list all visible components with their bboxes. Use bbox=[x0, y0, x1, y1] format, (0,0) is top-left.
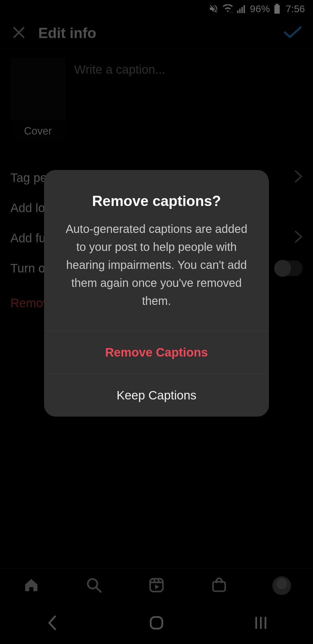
screen: ↓↑ 96% 7:56 Edit info Cover bbox=[0, 0, 313, 644]
dialog-keep-button[interactable]: Keep Captions bbox=[44, 374, 269, 417]
dialog-title: Remove captions? bbox=[44, 170, 269, 220]
dialog-body: Auto-generated captions are added to you… bbox=[44, 220, 269, 331]
dialog-remove-button[interactable]: Remove Captions bbox=[44, 331, 269, 374]
remove-captions-dialog: Remove captions? Auto-generated captions… bbox=[44, 170, 269, 417]
